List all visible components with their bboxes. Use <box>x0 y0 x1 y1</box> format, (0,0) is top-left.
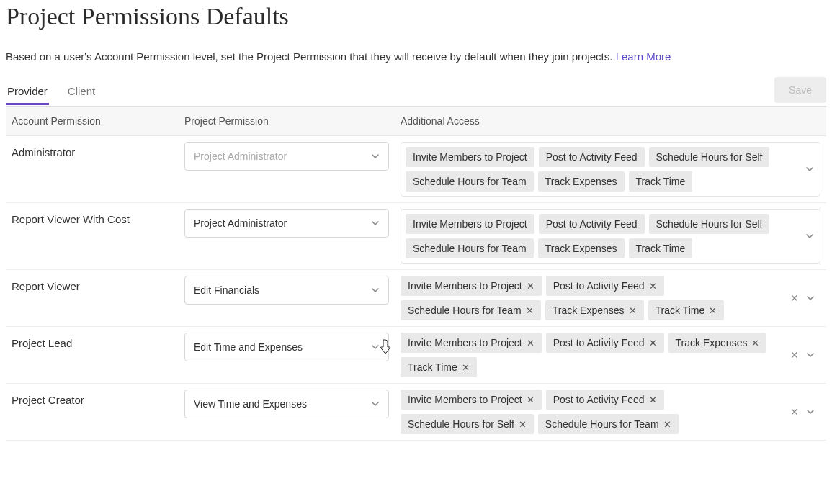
tag: Track Expenses <box>538 171 625 192</box>
tag-label: Track Expenses <box>545 176 617 187</box>
tag-remove-icon[interactable]: ✕ <box>649 282 657 291</box>
table-row: Project LeadEdit Time and ExpensesInvite… <box>6 327 826 384</box>
tag-remove-icon[interactable]: ✕ <box>629 306 637 315</box>
tag: Invite Members to Project✕ <box>401 276 542 296</box>
chevron-down-icon <box>371 152 380 161</box>
chevron-down-icon[interactable] <box>805 232 814 240</box>
tag: Post to Activity Feed✕ <box>546 276 664 296</box>
project-permission-cell: Edit Time and Expenses <box>184 333 401 377</box>
tag-label: Track Expenses <box>676 337 748 348</box>
learn-more-link[interactable]: Learn More <box>616 50 671 63</box>
project-permission-value: Edit Time and Expenses <box>194 341 303 353</box>
tab-provider[interactable]: Provider <box>6 79 49 104</box>
tag: Schedule Hours for Self✕ <box>401 414 534 434</box>
tag-remove-icon[interactable]: ✕ <box>527 282 534 291</box>
tags-box-controls <box>805 232 814 240</box>
tag-label: Schedule Hours for Self <box>656 218 763 230</box>
project-permission-cell: Project Administrator <box>184 142 401 197</box>
chevron-down-icon[interactable] <box>805 165 814 174</box>
tag-label: Track Expenses <box>545 243 617 254</box>
page-description: Based on a user's Account Permission lev… <box>6 50 826 63</box>
tag: Post to Activity Feed <box>539 214 645 234</box>
tag: Track Expenses <box>538 238 625 258</box>
clear-all-icon[interactable]: ✕ <box>790 406 799 418</box>
tag-remove-icon[interactable]: ✕ <box>462 363 470 372</box>
tag-label: Track Time <box>656 305 705 316</box>
project-permission-select[interactable]: Edit Time and Expenses <box>184 333 389 361</box>
account-permission-label: Report Viewer With Cost <box>12 209 184 264</box>
account-permission-label: Project Creator <box>12 390 184 434</box>
tag-label: Post to Activity Feed <box>546 218 638 230</box>
tag-label: Schedule Hours for Team <box>545 418 659 430</box>
tag-remove-icon[interactable]: ✕ <box>663 420 671 429</box>
chevron-down-icon <box>371 400 380 408</box>
col-header-account: Account Permission <box>12 115 184 127</box>
tag: Track Time✕ <box>401 357 477 377</box>
tag: Track Expenses✕ <box>545 300 644 320</box>
tag-label: Schedule Hours for Self <box>656 151 763 163</box>
col-header-project: Project Permission <box>184 115 401 127</box>
project-permission-value: View Time and Expenses <box>194 398 307 410</box>
clear-all-icon[interactable]: ✕ <box>790 292 799 304</box>
chevron-down-icon <box>371 343 380 351</box>
tags-box[interactable]: Invite Members to ProjectPost to Activit… <box>401 142 820 197</box>
chevron-down-icon[interactable] <box>806 408 815 416</box>
chevron-down-icon <box>371 219 380 228</box>
account-permission-label: Report Viewer <box>12 276 184 320</box>
tag-remove-icon[interactable]: ✕ <box>751 338 759 348</box>
tag: Track Time <box>629 238 693 258</box>
tag-label: Invite Members to Project <box>408 394 522 405</box>
additional-access-cell: Invite Members to Project✕Post to Activi… <box>401 276 820 320</box>
tag-label: Post to Activity Feed <box>553 337 645 348</box>
tab-client[interactable]: Client <box>66 79 97 104</box>
tag-label: Schedule Hours for Self <box>408 418 514 430</box>
project-permission-select[interactable]: View Time and Expenses <box>184 390 389 418</box>
tabs: Provider Client <box>6 79 774 104</box>
tag-remove-icon[interactable]: ✕ <box>649 338 657 348</box>
chevron-down-icon[interactable] <box>806 351 815 359</box>
tag: Schedule Hours for Team <box>406 171 534 192</box>
tags-box[interactable]: Invite Members to Project✕Post to Activi… <box>401 276 820 320</box>
tag-remove-icon[interactable]: ✕ <box>526 306 534 315</box>
save-button[interactable]: Save <box>774 77 826 103</box>
tags-box[interactable]: Invite Members to Project✕Post to Activi… <box>401 390 820 434</box>
tag: Invite Members to Project✕ <box>401 333 542 353</box>
tag-label: Schedule Hours for Team <box>408 305 522 316</box>
tag: Schedule Hours for Team <box>406 238 534 258</box>
additional-access-cell: Invite Members to ProjectPost to Activit… <box>401 209 820 264</box>
project-permission-value: Edit Financials <box>194 284 259 296</box>
tag-label: Track Time <box>408 361 457 373</box>
tags-box[interactable]: Invite Members to ProjectPost to Activit… <box>401 209 820 264</box>
tag-remove-icon[interactable]: ✕ <box>709 306 717 315</box>
tag-remove-icon[interactable]: ✕ <box>519 420 527 429</box>
table-row: Report ViewerEdit FinancialsInvite Membe… <box>6 270 826 327</box>
project-permission-select[interactable]: Project Administrator <box>184 209 389 238</box>
table-header: Account Permission Project Permission Ad… <box>6 107 826 136</box>
tag: Schedule Hours for Team✕ <box>401 300 541 320</box>
tag-label: Invite Members to Project <box>408 337 522 348</box>
table-row: Project CreatorView Time and ExpensesInv… <box>6 384 826 441</box>
project-permission-value: Project Administrator <box>194 217 287 229</box>
tags-box-controls: ✕ <box>790 349 815 361</box>
chevron-down-icon <box>371 286 380 294</box>
chevron-down-icon[interactable] <box>806 294 815 302</box>
tag-label: Post to Activity Feed <box>546 151 638 163</box>
tag-label: Schedule Hours for Team <box>413 243 527 254</box>
tag: Schedule Hours for Team✕ <box>538 414 679 434</box>
clear-all-icon[interactable]: ✕ <box>790 349 799 361</box>
tags-box[interactable]: Invite Members to Project✕Post to Activi… <box>401 333 820 377</box>
tag: Schedule Hours for Self <box>649 214 770 234</box>
tag-label: Track Expenses <box>553 305 625 316</box>
tag: Track Expenses✕ <box>668 333 767 353</box>
additional-access-cell: Invite Members to Project✕Post to Activi… <box>401 333 820 377</box>
project-permission-select[interactable]: Project Administrator <box>184 142 389 171</box>
tags-box-controls: ✕ <box>790 292 815 304</box>
tags-box-controls: ✕ <box>790 406 815 418</box>
tag-remove-icon[interactable]: ✕ <box>527 395 534 405</box>
project-permission-select[interactable]: Edit Financials <box>184 276 389 305</box>
tag: Post to Activity Feed <box>539 147 645 167</box>
tag-remove-icon[interactable]: ✕ <box>649 395 657 405</box>
tag-label: Track Time <box>636 176 686 187</box>
rows-container: AdministratorProject AdministratorInvite… <box>6 136 826 441</box>
tag-remove-icon[interactable]: ✕ <box>527 338 534 348</box>
